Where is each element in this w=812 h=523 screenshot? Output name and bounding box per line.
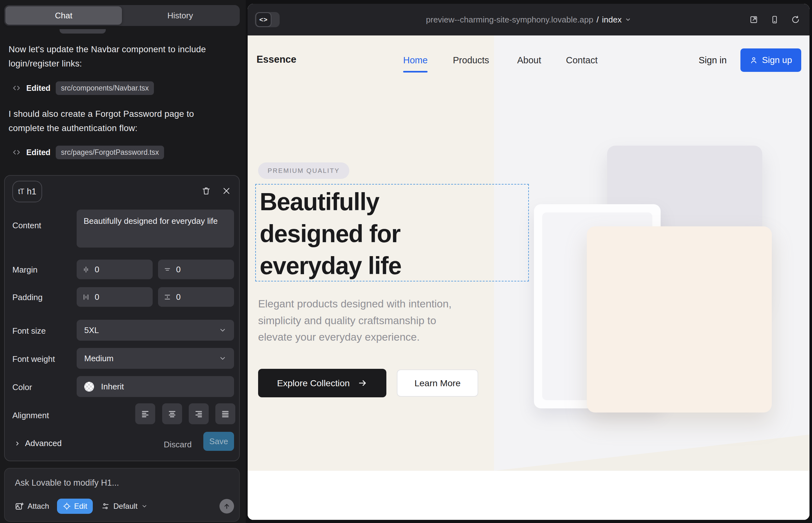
align-justify-icon (221, 410, 230, 418)
selected-h1-outline[interactable]: Beautifully designed for everyday life (255, 184, 529, 282)
target-icon (63, 502, 71, 510)
content-label: Content (12, 221, 41, 231)
preview-toolbar: <> preview--charming-site-symphony.lovab… (248, 4, 810, 35)
arrow-up-icon (223, 502, 231, 510)
assistant-message: Now let's update the Navbar component to… (8, 42, 232, 71)
chevron-down-icon (141, 503, 147, 509)
site-logo[interactable]: Essence (257, 54, 296, 65)
send-button[interactable] (219, 499, 234, 513)
align-left-icon (141, 410, 149, 418)
advanced-toggle[interactable]: Advanced (14, 438, 62, 448)
padding-y-input[interactable]: 0 (158, 287, 234, 307)
margin-vertical-icon (163, 266, 171, 273)
nav-link-about[interactable]: About (517, 55, 541, 66)
tab-chat[interactable]: Chat (5, 6, 122, 25)
lovable-app-window: Chat History Now let's update the Navbar… (0, 0, 812, 523)
decorative-card-peach (587, 227, 772, 413)
edit-mode-button[interactable]: Edit (57, 499, 93, 514)
sidebar-tab-bar: Chat History (4, 5, 240, 26)
color-swatch (84, 382, 94, 392)
assistant-message: I should also create a Forgot Password p… (8, 107, 232, 135)
user-icon (749, 56, 758, 64)
padding-label: Padding (12, 292, 42, 302)
margin-label: Margin (12, 265, 37, 275)
save-button[interactable]: Save (203, 432, 234, 451)
hero-headline[interactable]: Beautifully designed for everyday life (260, 186, 443, 282)
composer-input[interactable]: Ask Lovable to modify H1... (15, 478, 119, 488)
text-style-icon: tT (18, 187, 24, 196)
close-icon[interactable] (219, 184, 233, 198)
mobile-view-icon[interactable] (770, 15, 779, 24)
url-domain: preview--charming-site-symphony.lovable.… (426, 15, 593, 25)
chevron-down-icon (625, 16, 631, 23)
attach-image-icon (15, 502, 24, 511)
padding-x-input[interactable]: 0 (77, 287, 153, 307)
nav-link-products[interactable]: Products (453, 55, 489, 66)
toolbar-actions (749, 4, 800, 35)
element-tag: h1 (27, 187, 36, 197)
sign-up-button[interactable]: Sign up (740, 49, 801, 72)
url-separator: / (597, 15, 599, 25)
refresh-icon[interactable] (791, 15, 800, 24)
font-size-select[interactable]: 5XL (77, 320, 234, 341)
edited-file-row: Edited src/pages/ForgotPassword.tsx (12, 144, 164, 161)
learn-more-button[interactable]: Learn More (397, 369, 478, 397)
margin-x-input[interactable]: 0 (77, 259, 153, 279)
preview-pane: <> preview--charming-site-symphony.lovab… (248, 4, 810, 520)
margin-y-input[interactable]: 0 (158, 259, 234, 279)
tab-history[interactable]: History (122, 6, 239, 25)
explore-collection-button[interactable]: Explore Collection (258, 369, 386, 397)
mode-select[interactable]: Default (101, 499, 147, 514)
font-weight-label: Font weight (12, 354, 55, 364)
code-icon (12, 148, 21, 157)
chat-composer: Ask Lovable to modify H1... Attach Edit … (4, 468, 240, 522)
sliders-icon (101, 502, 110, 510)
padding-vertical-icon (163, 293, 171, 301)
edited-file-badge[interactable]: src/pages/ForgotPassword.tsx (56, 146, 164, 159)
font-weight-select[interactable]: Medium (77, 348, 234, 369)
url-page: index (602, 15, 622, 25)
hero-description[interactable]: Elegant products designed with intention… (258, 296, 467, 346)
chat-sidebar: Chat History Now let's update the Navbar… (0, 0, 246, 523)
nav-link-home[interactable]: Home (403, 55, 427, 66)
edited-file-row: Edited src/components/Navbar.tsx (12, 80, 154, 96)
edited-label: Edited (26, 148, 50, 157)
code-icon (12, 84, 21, 92)
next-section-background (248, 471, 810, 520)
hero-badge: PREMIUM QUALITY (258, 162, 349, 179)
code-view-toggle[interactable]: <> (255, 12, 271, 27)
edited-file-badge[interactable]: src/components/Navbar.tsx (56, 82, 154, 95)
chevron-down-icon (219, 355, 226, 362)
edited-label: Edited (26, 84, 50, 93)
element-tag-pill: tT h1 (12, 181, 42, 202)
align-center-icon (168, 410, 176, 418)
open-in-new-tab-icon[interactable] (749, 15, 758, 24)
nav-link-contact[interactable]: Contact (566, 55, 598, 66)
delete-element-button[interactable] (199, 184, 213, 198)
element-inspector-panel: tT h1 Content Beautifully designed for e… (4, 175, 240, 461)
align-right-icon (194, 410, 203, 418)
padding-horizontal-icon (82, 293, 90, 301)
chevron-right-icon (14, 440, 21, 447)
discard-button[interactable]: Discard (164, 440, 192, 450)
attach-button[interactable]: Attach (15, 499, 49, 514)
alignment-label: Alignment (12, 411, 49, 420)
sign-in-link[interactable]: Sign in (699, 55, 727, 66)
font-size-label: Font size (12, 326, 46, 336)
color-select[interactable]: Inherit (77, 376, 234, 397)
arrow-right-icon (358, 378, 367, 388)
margin-horizontal-icon (82, 266, 90, 273)
align-right-button[interactable] (189, 403, 209, 424)
view-mode-toggle[interactable]: <> (255, 12, 280, 27)
content-input[interactable]: Beautifully designed for everyday life (77, 210, 234, 248)
url-bar[interactable]: preview--charming-site-symphony.lovable.… (311, 4, 746, 35)
color-label: Color (12, 382, 32, 392)
preview-site: Essence Home Products About Contact Sign… (248, 35, 810, 520)
align-left-button[interactable] (135, 403, 155, 424)
chevron-down-icon (219, 326, 226, 334)
align-center-button[interactable] (162, 403, 182, 424)
scrolled-badge-peek (59, 29, 106, 34)
align-justify-button[interactable] (215, 403, 235, 424)
